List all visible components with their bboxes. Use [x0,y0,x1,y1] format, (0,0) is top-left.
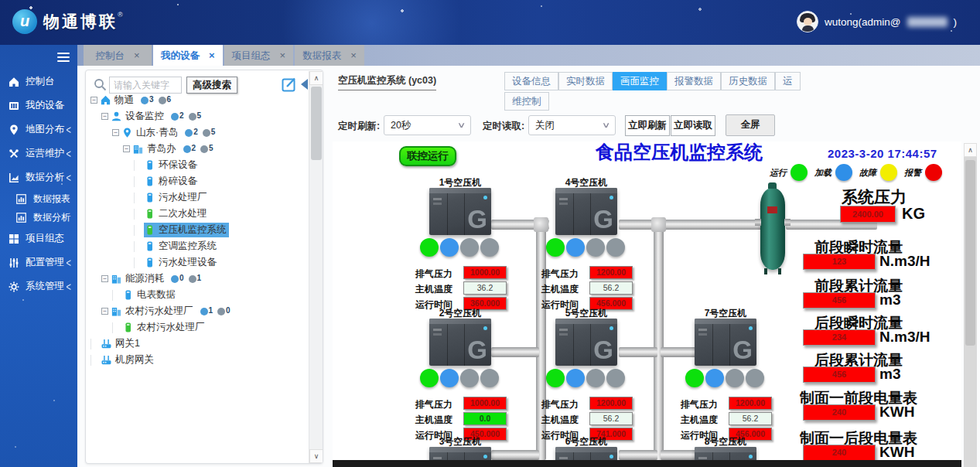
tree-node-农村污水处理厂[interactable]: 农村污水处理厂 [89,319,306,336]
advanced-search-button[interactable]: 高级搜索 [186,77,237,94]
fullscreen-button[interactable]: 全屏 [726,114,775,136]
user-info[interactable]: wutong(admin@) [797,11,957,32]
expand-toggle-icon[interactable]: − [112,129,119,136]
tree-node-农村污水处理厂[interactable]: −农村污水处理厂10 [89,303,306,319]
tree-node-二次水处理[interactable]: 二次水处理 [89,206,306,222]
menu-toggle-icon[interactable] [57,50,70,64]
main-scroll-up-icon[interactable]: ∧ [964,143,977,157]
search-input[interactable] [109,77,182,94]
node-badges: 10 [196,306,230,317]
legend-label: 报警 [904,167,921,179]
metric-unit: m3 [879,366,900,383]
param-value: 0.0 [463,412,507,425]
sidebar-item-数据分析[interactable]: 数据分析< [0,165,77,189]
dropdown-arrow-icon: ∨ [601,116,610,135]
tree-node-青岛办[interactable]: −青岛办25 [89,141,306,157]
device-icon [145,225,155,235]
metric-unit: m3 [879,291,900,308]
tree-scroll-down-icon[interactable]: ∨ [309,449,323,463]
tree-node-空压机监控系统[interactable]: 空压机监控系统 [89,222,306,238]
tree-node-电表数据[interactable]: 电表数据 [89,287,306,303]
tree-node-网关1[interactable]: 网关1 [89,336,306,352]
close-tab-icon[interactable]: × [209,49,215,61]
building-icon [111,274,122,284]
detail-tab-报警数据[interactable]: 报警数据 [667,72,721,90]
expand-toggle-icon[interactable]: − [90,97,97,104]
expand-toggle-icon[interactable]: − [101,113,108,120]
tree-node-环保设备[interactable]: 环保设备 [89,157,306,173]
status-lights [685,369,770,390]
tree-node-粉碎设备[interactable]: 粉碎设备 [89,173,306,189]
detail-tab-设备信息[interactable]: 设备信息 [504,72,558,90]
building-icon [111,306,122,316]
status-lights [419,238,504,260]
user-avatar[interactable] [797,11,818,32]
edit-icon[interactable] [282,77,297,92]
main-scrollbar-thumb[interactable] [965,160,975,346]
tree-scrollbar[interactable]: ∧ ∨ [309,71,323,463]
tree-node-机房网关[interactable]: 机房网关 [89,352,306,368]
expand-toggle-icon[interactable]: − [101,308,108,315]
close-tab-icon[interactable]: × [134,49,140,61]
tree-node-污水处理厂[interactable]: 污水处理厂 [89,189,306,206]
status-light [586,238,605,257]
main-scrollbar[interactable]: ∧ [964,143,977,467]
sidebar-item-项目组态[interactable]: 项目组态 [0,227,77,251]
tools-icon [9,148,20,159]
tree-node-山东·青岛[interactable]: −山东·青岛25 [89,124,306,141]
gear-icon [9,281,20,292]
param-label: 排气压力 [415,399,452,410]
sidebar-item-数据分析[interactable]: 数据分析 [0,208,77,227]
status-light [726,369,744,387]
status-light [705,369,724,387]
status-light [480,369,499,387]
scada-screen-title: 食品空压机监控系统 [594,141,764,165]
tree-node-能源消耗[interactable]: −能源消耗01 [89,271,306,287]
chevron-icon: < [67,124,71,136]
tree-scrollbar-thumb[interactable] [311,87,322,160]
status-legend: 运行加载故障报警 [763,164,942,181]
collapse-panel-icon[interactable] [301,79,308,90]
user-email-redacted [907,17,948,27]
tab-项目组态[interactable]: 项目组态× [224,45,294,66]
device-title: 空压机监控系统 (yc03) [338,74,436,90]
sidebar-item-地图分布[interactable]: 地图分布< [0,118,77,141]
device-tree-panel: 高级搜索 −物通36−设备监控25−山东·青岛25−青岛办25环保设备粉碎设备污… [85,70,323,464]
sidebar-item-数据报表[interactable]: 数据报表 [0,189,77,208]
chevron-icon: < [67,281,71,293]
sidebar-item-我的设备[interactable]: 我的设备 [0,94,77,118]
linked-run-button[interactable]: 联控运行 [399,146,456,166]
expand-toggle-icon[interactable]: − [101,275,108,282]
detail-tab-历史数据[interactable]: 历史数据 [721,72,775,90]
tree-node-设备监控[interactable]: −设备监控25 [89,108,306,124]
tab-数据报表[interactable]: 数据报表× [295,45,364,66]
tab-控制台[interactable]: 控制台× [84,45,152,66]
detail-tab-画面监控[interactable]: 画面监控 [613,72,667,90]
home-icon [101,95,111,105]
tree-node-污水处理设备[interactable]: 污水处理设备 [89,254,306,271]
brand-logo: u 物通博联® [12,9,125,34]
tab-我的设备[interactable]: 我的设备× [153,45,223,66]
status-light [685,369,704,387]
tree-scroll-up-icon[interactable]: ∧ [309,71,323,85]
param-value: 1200.00 [589,266,633,279]
read-now-button[interactable]: 立即读取 [671,115,715,136]
sidebar-item-控制台[interactable]: 控制台 [0,70,77,94]
status-lights [545,238,630,260]
sidebar-item-运营维护[interactable]: 运营维护< [0,141,77,165]
close-tab-icon[interactable]: × [280,49,286,61]
expand-toggle-icon[interactable]: − [123,145,130,152]
user-name-suffix: ) [954,16,958,28]
tree-node-物通[interactable]: −物通36 [89,92,306,108]
sidebar-item-系统管理[interactable]: 系统管理< [0,274,77,298]
read-interval-select[interactable]: 关闭∨ [528,115,616,135]
tab-bar: 控制台×我的设备×项目组态×数据报表× [77,45,980,66]
node-badges: 25 [180,128,215,138]
detail-tab-实时数据[interactable]: 实时数据 [558,72,613,90]
refresh-interval-select[interactable]: 20秒∨ [384,115,471,135]
refresh-now-button[interactable]: 立即刷新 [625,115,670,136]
param-value: 1200.00 [729,397,772,410]
sidebar-item-配置管理[interactable]: 配置管理< [0,251,77,274]
close-tab-icon[interactable]: × [350,49,357,61]
tree-node-空调监控系统[interactable]: 空调监控系统 [89,238,306,254]
